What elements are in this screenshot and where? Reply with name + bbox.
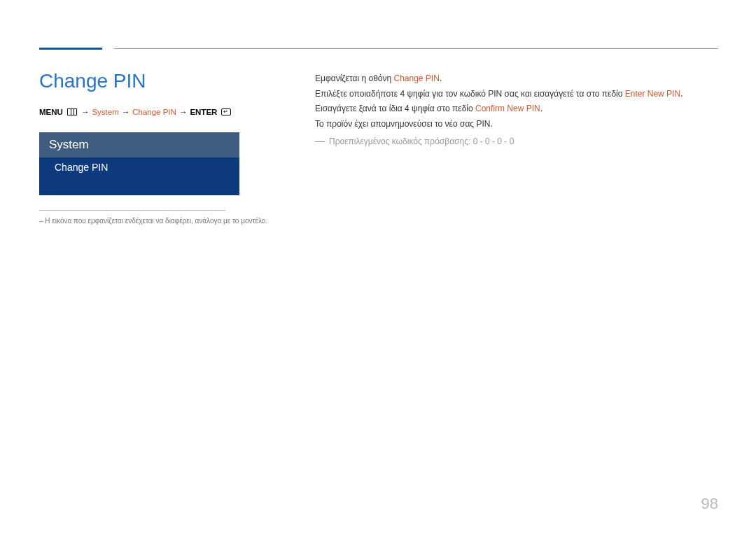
breadcrumb-menu-label: MENU (39, 108, 63, 116)
note-text: Προεπιλεγμένος κωδικός πρόσβασης: 0 - 0 … (329, 134, 514, 148)
menu-box: System Change PIN (39, 132, 239, 195)
highlight-enter-new-pin: Enter New PIN (625, 89, 680, 99)
top-divider-line (114, 48, 718, 49)
top-accent-bar (39, 48, 102, 50)
footnote-text: – Η εικόνα που εμφανίζεται ενδέχεται να … (39, 217, 267, 225)
breadcrumb-enter-label: ENTER (190, 108, 217, 116)
note-dash-icon (315, 141, 325, 142)
note-line: Προεπιλεγμένος κωδικός πρόσβασης: 0 - 0 … (315, 134, 718, 148)
menu-item-change-pin: Change PIN (39, 157, 239, 177)
content-line-1: Εμφανίζεται η οθόνη Change PIN. (315, 71, 718, 85)
text-fragment: Επιλέξτε οποιαδήποτε 4 ψηφία για τον κωδ… (315, 89, 625, 99)
breadcrumb-arrow: → (122, 108, 130, 116)
breadcrumb: MENU → System → Change PIN → ENTER (39, 108, 231, 116)
content-body: Εμφανίζεται η οθόνη Change PIN. Επιλέξτε… (315, 71, 718, 148)
content-line-2: Επιλέξτε οποιαδήποτε 4 ψηφία για τον κωδ… (315, 87, 718, 115)
page-title: Change PIN (39, 70, 146, 92)
breadcrumb-arrow: → (81, 108, 90, 116)
menu-icon (67, 108, 77, 115)
page-number: 98 (701, 495, 718, 513)
text-fragment: . (440, 73, 442, 83)
footnote-divider (39, 210, 225, 211)
content-line-3: Το προϊόν έχει απομνημονεύσει το νέο σας… (315, 117, 718, 131)
text-fragment: Εμφανίζεται η οθόνη (315, 73, 394, 83)
breadcrumb-system: System (92, 108, 118, 116)
menu-header: System (39, 132, 239, 157)
enter-icon (221, 108, 231, 115)
text-fragment: . (540, 104, 542, 113)
breadcrumb-arrow: → (179, 108, 188, 116)
highlight-change-pin: Change PIN (394, 73, 440, 83)
breadcrumb-change-pin: Change PIN (132, 108, 176, 116)
highlight-confirm-new-pin: Confirm New PIN (475, 104, 540, 113)
menu-item-empty (39, 177, 239, 195)
